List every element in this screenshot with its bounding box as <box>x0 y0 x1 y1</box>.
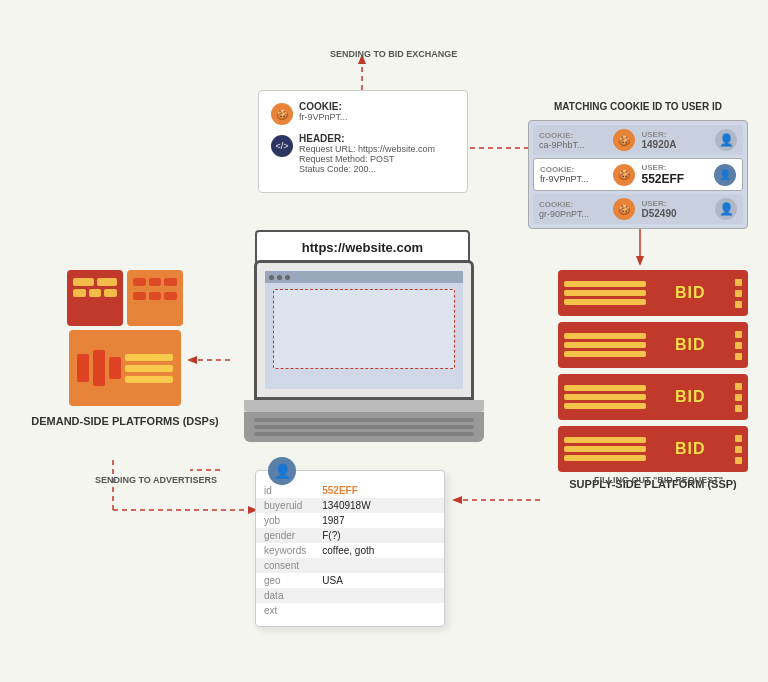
bid-key-gender: gender <box>256 528 314 543</box>
ssp-bar-3 <box>564 385 646 409</box>
ssp-row-1: BID <box>558 270 748 316</box>
ssp-row-2: BID <box>558 322 748 368</box>
matching-cookie-icon-3: 🍪 <box>613 198 635 220</box>
matching-cookie-icon-1: 🍪 <box>613 129 635 151</box>
ssp-row-4: BID <box>558 426 748 472</box>
svg-marker-11 <box>452 496 462 504</box>
bid-value-keywords: coffee, goth <box>314 543 444 558</box>
bid-key-yob: yob <box>256 513 314 528</box>
matching-row-2: COOKIE: fr-9VPnPT... 🍪 USER: 552EFF 👤 <box>533 158 743 191</box>
laptop-base <box>244 400 484 412</box>
bid-key-buyeruid: buyeruid <box>256 498 314 513</box>
ssp-bar-2 <box>564 333 646 357</box>
svg-marker-5 <box>636 256 644 266</box>
screen-dot-1 <box>269 275 274 280</box>
bid-table: id 552EFF buyeruid 1340918W yob 1987 gen… <box>256 483 444 618</box>
user-avatar-2: 👤 <box>714 164 736 186</box>
header-line-3: Status Code: 200... <box>299 164 435 174</box>
ssp-dots-3 <box>735 383 742 412</box>
bid-row-gender: gender F(?) <box>256 528 444 543</box>
bid-value-consent <box>314 558 444 573</box>
bid-value-buyeruid: 1340918W <box>314 498 444 513</box>
bid-value-geo: USA <box>314 573 444 588</box>
cookie-icon: 🍪 <box>271 103 293 125</box>
laptop-screen <box>254 260 474 400</box>
ssp-bid-4: BID <box>650 440 732 458</box>
ssp-dots-4 <box>735 435 742 464</box>
bid-key-data: data <box>256 588 314 603</box>
bid-row-id: id 552EFF <box>256 483 444 498</box>
bid-key-geo: geo <box>256 573 314 588</box>
matching-row-3: COOKIE: gr-90PnPT... 🍪 USER: D52490 👤 <box>533 194 743 224</box>
laptop-screen-inner <box>265 271 463 389</box>
bid-row-keywords: keywords coffee, goth <box>256 543 444 558</box>
dsp-blocks <box>30 270 220 406</box>
bid-avatar: 👤 <box>268 457 296 485</box>
dsp-block-large <box>69 330 181 406</box>
header-line-2: Request Method: POST <box>299 154 435 164</box>
bid-value-id: 552EFF <box>314 483 444 498</box>
matching-label: MATCHING COOKIE ID TO USER ID <box>528 100 748 114</box>
matching-container: MATCHING COOKIE ID TO USER ID COOKIE: ca… <box>528 100 748 229</box>
bid-key-ext: ext <box>256 603 314 618</box>
header-label: HEADER: <box>299 133 435 144</box>
dsp-label: DEMAND-SIDE PLATFORMS (DSPs) <box>30 414 220 429</box>
bid-value-gender: F(?) <box>314 528 444 543</box>
laptop-screen-content <box>273 289 455 369</box>
bid-request: 👤 id 552EFF buyeruid 1340918W yob 1987 g… <box>255 470 445 627</box>
screen-dot-3 <box>285 275 290 280</box>
bid-value-ext <box>314 603 444 618</box>
sending-to-bid-label: SENDING TO BID EXCHANGE <box>330 48 457 61</box>
ssp-row-3: BID <box>558 374 748 420</box>
laptop-keyboard <box>244 412 484 442</box>
user-avatar-1: 👤 <box>715 129 737 151</box>
filling-out-label: FILLING OUT "BID REQUEST" <box>594 474 723 487</box>
header-icon: </> <box>271 135 293 157</box>
ssp-bid-2: BID <box>650 336 732 354</box>
cookie-value: fr-9VPnPT... <box>299 112 348 122</box>
diagram-container: SENDING TO BID EXCHANGE 🍪 COOKIE: fr-9VP… <box>0 0 768 682</box>
bid-row-buyeruid: buyeruid 1340918W <box>256 498 444 513</box>
ssp-bar-line <box>564 290 646 296</box>
ssp-bar-4 <box>564 437 646 461</box>
laptop-screen-bar <box>265 271 463 283</box>
ssp-blocks: BID BID BID <box>558 270 748 472</box>
dsp-top-row <box>67 270 183 326</box>
keyboard-row-2 <box>254 425 474 429</box>
bid-key-id: id <box>256 483 314 498</box>
ssp-container: BID BID BID <box>558 270 748 490</box>
bid-row-data: data <box>256 588 444 603</box>
dsp-container: DEMAND-SIDE PLATFORMS (DSPs) <box>30 270 220 429</box>
matching-cookie-icon-2: 🍪 <box>613 164 635 186</box>
ssp-bid-1: BID <box>650 284 732 302</box>
bid-row-consent: consent <box>256 558 444 573</box>
matching-table: COOKIE: ca-9PhbT... 🍪 USER: 14920A 👤 COO… <box>528 120 748 229</box>
bid-value-data <box>314 588 444 603</box>
keyboard-row-1 <box>254 418 474 422</box>
bid-row-geo: geo USA <box>256 573 444 588</box>
matching-row-1: COOKIE: ca-9PhbT... 🍪 USER: 14920A 👤 <box>533 125 743 155</box>
sending-to-advertisers-label: SENDING TO ADVERTISERS <box>95 474 217 487</box>
laptop <box>230 260 498 440</box>
ssp-bar-line <box>564 299 646 305</box>
ssp-dots-2 <box>735 331 742 360</box>
bid-row-yob: yob 1987 <box>256 513 444 528</box>
header-line-1: Request URL: https://website.com <box>299 144 435 154</box>
bid-value-yob: 1987 <box>314 513 444 528</box>
screen-dot-2 <box>277 275 282 280</box>
bid-key-consent: consent <box>256 558 314 573</box>
cookie-label: COOKIE: <box>299 101 348 112</box>
dsp-block-2 <box>127 270 183 326</box>
bid-key-keywords: keywords <box>256 543 314 558</box>
ssp-bar-1 <box>564 281 646 305</box>
bid-row-ext: ext <box>256 603 444 618</box>
keyboard-row-3 <box>254 432 474 436</box>
ssp-dots-1 <box>735 279 742 308</box>
user-avatar-3: 👤 <box>715 198 737 220</box>
cookie-packet: 🍪 COOKIE: fr-9VPnPT... </> HEADER: Reque… <box>258 90 468 193</box>
dsp-block-1 <box>67 270 123 326</box>
ssp-bar-line <box>564 281 646 287</box>
ssp-bid-3: BID <box>650 388 732 406</box>
